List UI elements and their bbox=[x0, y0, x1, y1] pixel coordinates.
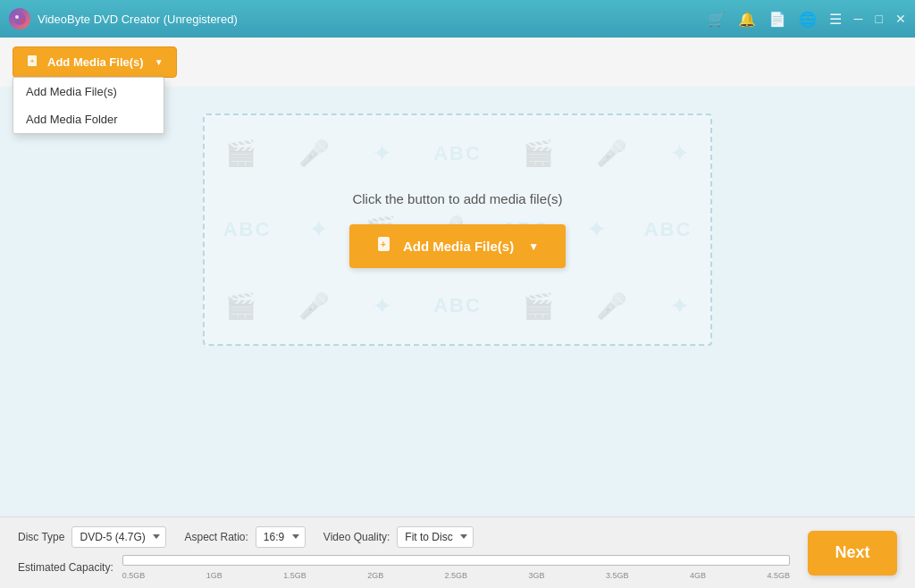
toolbar: + Add Media File(s) ▼ Add Media File(s) … bbox=[0, 38, 915, 87]
tick-7: 4GB bbox=[690, 571, 706, 580]
video-quality-label: Video Quality: bbox=[323, 531, 390, 543]
cart-icon[interactable]: 🛒 bbox=[708, 11, 726, 28]
add-media-button[interactable]: + Add Media File(s) ▼ bbox=[13, 46, 177, 78]
tick-3: 2GB bbox=[367, 571, 383, 580]
dropdown-item-folder[interactable]: Add Media Folder bbox=[13, 105, 164, 133]
maximize-icon[interactable]: □ bbox=[876, 12, 883, 26]
add-media-icon: + bbox=[26, 54, 40, 71]
tick-0: 0.5GB bbox=[122, 571, 146, 580]
add-media-center-button[interactable]: + Add Media File(s) ▼ bbox=[349, 224, 566, 268]
add-media-arrow: ▼ bbox=[155, 57, 164, 67]
document-icon[interactable]: 📄 bbox=[768, 11, 786, 28]
add-media-center-icon: + bbox=[376, 235, 394, 257]
title-bar: VideoByte DVD Creator (Unregistered) 🛒 🔔… bbox=[0, 0, 915, 38]
add-media-center-arrow: ▼ bbox=[528, 240, 539, 253]
svg-text:+: + bbox=[381, 239, 386, 249]
title-bar-controls: 🛒 🔔 📄 🌐 ☰ ─ □ ✕ bbox=[708, 11, 906, 28]
notification-icon[interactable]: 🔔 bbox=[738, 11, 756, 28]
settings-row: Disc Type DVD-5 (4.7G) DVD-9 (8.5G) Aspe… bbox=[18, 526, 790, 548]
add-media-dropdown: Add Media File(s) Add Media Folder bbox=[13, 77, 164, 134]
disc-type-select[interactable]: DVD-5 (4.7G) DVD-9 (8.5G) bbox=[71, 526, 166, 548]
aspect-ratio-select[interactable]: 16:9 4:3 bbox=[256, 526, 306, 548]
capacity-bar bbox=[122, 555, 790, 566]
capacity-row: Estimated Capacity: 0.5GB 1GB 1.5GB 2GB … bbox=[18, 555, 790, 580]
capacity-section: 0.5GB 1GB 1.5GB 2GB 2.5GB 3GB 3.5GB 4GB … bbox=[122, 555, 790, 580]
main-area: + Add Media File(s) ▼ Add Media File(s) … bbox=[0, 38, 915, 517]
add-media-center-label: Add Media File(s) bbox=[403, 239, 514, 254]
app-logo bbox=[9, 8, 30, 29]
aspect-ratio-group: Aspect Ratio: 16:9 4:3 bbox=[184, 526, 305, 548]
tick-2: 1.5GB bbox=[283, 571, 306, 580]
close-icon[interactable]: ✕ bbox=[895, 12, 906, 26]
svg-text:+: + bbox=[30, 57, 35, 65]
video-quality-group: Video Quality: Fit to Disc High Medium L… bbox=[323, 526, 474, 548]
dropdown-item-files[interactable]: Add Media File(s) bbox=[13, 78, 164, 105]
estimated-capacity-label: Estimated Capacity: bbox=[18, 561, 113, 574]
bottom-settings: Disc Type DVD-5 (4.7G) DVD-9 (8.5G) Aspe… bbox=[18, 526, 790, 580]
title-bar-left: VideoByte DVD Creator (Unregistered) bbox=[9, 8, 238, 29]
tick-8: 4.5GB bbox=[767, 571, 790, 580]
disc-type-label: Disc Type bbox=[18, 531, 64, 543]
capacity-tick-row: 0.5GB 1GB 1.5GB 2GB 2.5GB 3GB 3.5GB 4GB … bbox=[122, 569, 790, 580]
svg-point-0 bbox=[13, 13, 26, 25]
svg-point-2 bbox=[21, 19, 24, 22]
next-button[interactable]: Next bbox=[808, 531, 897, 575]
drop-zone: 🎬 🎤 ✦ ABC 🎬 🎤 ✦ ABC ✦ 🎬 🎤 ABC ✦ ABC 🎬 🎤 bbox=[203, 113, 712, 346]
tick-5: 3GB bbox=[529, 571, 545, 580]
menu-icon[interactable]: ☰ bbox=[829, 11, 842, 28]
minimize-icon[interactable]: ─ bbox=[854, 12, 863, 26]
tick-6: 3.5GB bbox=[606, 571, 629, 580]
svg-point-1 bbox=[15, 15, 19, 19]
video-quality-select[interactable]: Fit to Disc High Medium Low bbox=[397, 526, 474, 548]
drop-zone-label: Click the button to add media file(s) bbox=[352, 191, 562, 206]
add-media-label: Add Media File(s) bbox=[47, 55, 144, 69]
disc-type-group: Disc Type DVD-5 (4.7G) DVD-9 (8.5G) bbox=[18, 526, 166, 548]
drop-zone-content: Click the button to add media file(s) + … bbox=[349, 191, 566, 268]
globe-icon[interactable]: 🌐 bbox=[799, 11, 817, 28]
tick-1: 1GB bbox=[206, 571, 222, 580]
tick-4: 2.5GB bbox=[445, 571, 468, 580]
bottom-bar: Disc Type DVD-5 (4.7G) DVD-9 (8.5G) Aspe… bbox=[0, 517, 915, 588]
app-title: VideoByte DVD Creator (Unregistered) bbox=[38, 13, 238, 26]
aspect-ratio-label: Aspect Ratio: bbox=[184, 531, 248, 543]
